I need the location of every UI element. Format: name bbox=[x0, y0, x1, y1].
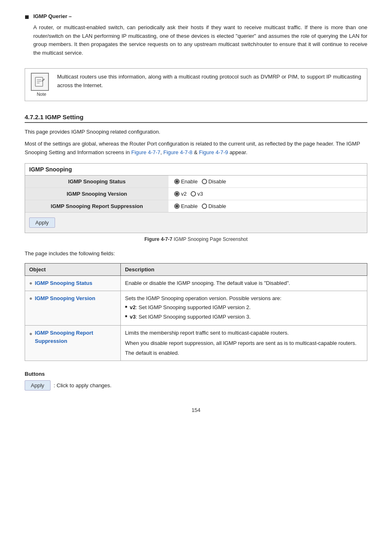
igmp-suppression-disable-radio[interactable] bbox=[202, 204, 207, 209]
igmp-box-title: IGMP Snooping bbox=[25, 164, 367, 176]
desc-table-header-row: Object Description bbox=[25, 264, 367, 276]
page-number: 154 bbox=[25, 407, 367, 413]
igmp-settings-table: IGMP Snooping Status Enable Disable bbox=[25, 176, 367, 212]
table-row-status: ● IGMP Snooping Status Enable or disable… bbox=[25, 276, 367, 291]
igmp-status-enable-label: Enable bbox=[181, 178, 197, 185]
igmp-suppression-enable-label: Enable bbox=[181, 203, 197, 209]
link-fig477[interactable]: Figure 4-7-7 bbox=[131, 149, 160, 155]
desc-table-header-description: Description bbox=[121, 264, 367, 276]
table-row-suppression-desc: Limits the membership report traffic sen… bbox=[121, 326, 367, 361]
note-icon-area: Note bbox=[31, 73, 52, 97]
igmp-status-disable-radio[interactable] bbox=[202, 179, 207, 184]
section-para1: This page provides IGMP Snooping related… bbox=[25, 128, 367, 136]
igmp-version-v2[interactable]: v2 bbox=[174, 191, 187, 197]
bullet-circle-version: ● bbox=[29, 294, 32, 303]
igmp-status-options: Enable Disable bbox=[168, 176, 367, 188]
version-sub-v2: v2: Set IGMP Snooping supported IGMP ver… bbox=[125, 303, 363, 312]
svg-rect-0 bbox=[35, 77, 43, 86]
page-includes-text: The page includes the following fields: bbox=[25, 250, 367, 258]
igmp-suppression-enable[interactable]: Enable bbox=[174, 203, 197, 209]
table-row-status-object: ● IGMP Snooping Status bbox=[25, 276, 121, 291]
table-row-suppression-object: ● IGMP Snooping Report Suppression bbox=[25, 326, 121, 361]
svg-marker-4 bbox=[42, 79, 45, 82]
suppression-object-label1: IGMP Snooping Report bbox=[35, 330, 93, 336]
apply-button-row: Apply : Click to apply changes. bbox=[25, 380, 367, 391]
description-table: Object Description ● IGMP Snooping Statu… bbox=[25, 263, 367, 361]
apply-button-desc: : Click to apply changes. bbox=[54, 382, 112, 388]
igmp-suppression-disable[interactable]: Disable bbox=[202, 203, 226, 209]
link-fig479[interactable]: Figure 4-7-9 bbox=[199, 149, 228, 155]
buttons-section: Buttons Apply : Click to apply changes. bbox=[25, 371, 367, 391]
status-object-label: IGMP Snooping Status bbox=[35, 279, 92, 287]
igmp-version-options: v2 v3 bbox=[168, 188, 367, 200]
igmp-querier-header: IGMP Querier – bbox=[33, 12, 367, 21]
figure-caption-text: IGMP Snooping Page Screenshot bbox=[172, 236, 247, 242]
section-para2: Most of the settings are global, whereas… bbox=[25, 140, 367, 157]
desc-table-header-object: Object bbox=[25, 264, 121, 276]
apply-button-2[interactable]: Apply bbox=[25, 380, 51, 391]
note-box: Note Multicast routers use this informat… bbox=[25, 68, 367, 101]
table-row-version-object: ● IGMP Snooping Version bbox=[25, 291, 121, 326]
note-label: Note bbox=[31, 92, 52, 97]
table-row-suppression: ● IGMP Snooping Report Suppression Limit… bbox=[25, 326, 367, 361]
igmp-status-label: IGMP Snooping Status bbox=[25, 176, 168, 188]
figure-caption-bold: Figure 4-7-7 bbox=[144, 236, 172, 242]
igmp-suppression-enable-radio[interactable] bbox=[174, 204, 180, 209]
igmp-version-row: IGMP Snooping Version v2 v3 bbox=[25, 188, 367, 200]
igmp-suppression-options: Enable Disable bbox=[168, 200, 367, 213]
igmp-querier-section: ■ IGMP Querier – A router, or multicast-… bbox=[25, 12, 367, 61]
igmp-suppression-row: IGMP Snooping Report Suppression Enable … bbox=[25, 200, 367, 213]
igmp-status-disable[interactable]: Disable bbox=[202, 178, 226, 185]
bullet-circle-status: ● bbox=[29, 279, 32, 287]
igmp-version-v3-label: v3 bbox=[197, 191, 203, 197]
figure-caption: Figure 4-7-7 IGMP Snooping Page Screensh… bbox=[25, 236, 367, 242]
igmp-status-enable[interactable]: Enable bbox=[174, 178, 197, 185]
igmp-version-v3-radio[interactable] bbox=[191, 191, 196, 197]
suppression-desc1: Limits the membership report traffic sen… bbox=[125, 329, 363, 337]
igmp-querier-para: A router, or multicast-enabled switch, c… bbox=[33, 23, 367, 58]
suppression-desc3: The default is enabled. bbox=[125, 349, 363, 357]
note-icon-img bbox=[31, 73, 49, 91]
suppression-object-label2: Suppression bbox=[35, 338, 67, 344]
igmp-snooping-box: IGMP Snooping IGMP Snooping Status Enabl… bbox=[25, 163, 367, 233]
version-desc-text: Sets the IGMP Snooping operation version… bbox=[125, 294, 363, 303]
version-sub-v3: v3: Set IGMP Snooping supported IGMP ver… bbox=[125, 313, 363, 321]
bullet-circle-suppression: ● bbox=[29, 330, 32, 338]
note-pencil-icon bbox=[34, 76, 46, 88]
version-object-label: IGMP Snooping Version bbox=[35, 294, 95, 303]
table-row-status-desc: Enable or disable the IGMP snooping. The… bbox=[121, 276, 367, 291]
igmp-status-row: IGMP Snooping Status Enable Disable bbox=[25, 176, 367, 188]
link-fig478[interactable]: Figure 4-7-8 bbox=[164, 149, 193, 155]
table-row-version: ● IGMP Snooping Version Sets the IGMP Sn… bbox=[25, 291, 367, 326]
note-text: Multicast routers use this information, … bbox=[57, 73, 361, 90]
igmp-version-v2-label: v2 bbox=[181, 191, 187, 197]
igmp-status-enable-radio[interactable] bbox=[174, 179, 180, 184]
section-header: 4.7.2.1 IGMP Setting bbox=[25, 113, 367, 123]
igmp-apply-row: Apply bbox=[25, 212, 367, 233]
igmp-version-label: IGMP Snooping Version bbox=[25, 188, 168, 200]
igmp-status-disable-label: Disable bbox=[208, 178, 226, 185]
igmp-version-v3[interactable]: v3 bbox=[191, 191, 203, 197]
igmp-suppression-disable-label: Disable bbox=[208, 203, 226, 209]
table-row-version-desc: Sets the IGMP Snooping operation version… bbox=[121, 291, 367, 326]
igmp-suppression-label: IGMP Snooping Report Suppression bbox=[25, 200, 168, 213]
igmp-apply-button[interactable]: Apply bbox=[29, 217, 55, 228]
buttons-title: Buttons bbox=[25, 371, 367, 377]
bullet-square-icon: ■ bbox=[25, 13, 29, 21]
igmp-version-v2-radio[interactable] bbox=[174, 191, 180, 197]
suppression-desc2: When you disable report suppression, all… bbox=[125, 339, 363, 347]
